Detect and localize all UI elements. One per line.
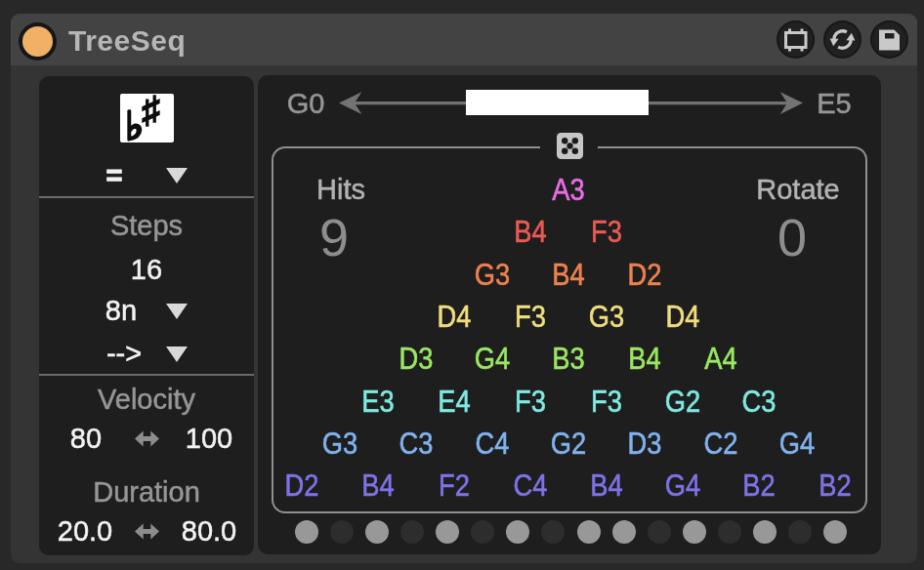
step-dot-off[interactable] xyxy=(648,520,671,544)
direction-value[interactable]: --> xyxy=(106,338,142,370)
tree-note[interactable]: B4 xyxy=(552,258,584,293)
tree-note[interactable]: G2 xyxy=(665,385,700,420)
rotate-value[interactable]: 0 xyxy=(777,207,807,267)
tree-note[interactable]: G4 xyxy=(665,468,700,504)
tree-note[interactable]: C4 xyxy=(514,468,548,504)
step-dot-on[interactable] xyxy=(365,520,389,544)
step-dot-off[interactable] xyxy=(718,520,741,544)
tree-note[interactable]: B4 xyxy=(361,468,394,504)
presentation-frame-icon xyxy=(778,22,813,57)
step-dot-on[interactable] xyxy=(823,520,847,544)
scale-icon-box[interactable]: ♭ ♯ xyxy=(120,94,174,142)
step-dot-on[interactable] xyxy=(753,520,777,544)
step-dot-on[interactable] xyxy=(436,520,459,544)
direction-dropdown-icon[interactable] xyxy=(166,346,188,362)
step-dot-off[interactable] xyxy=(330,520,354,544)
sync-button[interactable] xyxy=(823,20,861,59)
sync-icon xyxy=(825,22,860,57)
device-activity-led[interactable] xyxy=(19,22,57,61)
tree-note[interactable]: F3 xyxy=(591,215,622,250)
steps-label: Steps xyxy=(110,210,183,242)
tree-note[interactable]: B2 xyxy=(742,468,775,504)
treeseq-device-window: TreeSeq ♭ ♯ = Steps 16 8n xyxy=(0,0,924,570)
step-dot-off[interactable] xyxy=(541,520,565,544)
velocity-label: Velocity xyxy=(98,384,195,416)
step-dot-on[interactable] xyxy=(506,520,529,544)
tree-note[interactable]: E3 xyxy=(361,385,394,420)
tree-note[interactable]: G3 xyxy=(589,300,624,335)
steps-count-value[interactable]: 16 xyxy=(131,254,162,286)
tree-note[interactable]: B4 xyxy=(514,215,546,250)
division-value[interactable]: 8n xyxy=(105,295,137,327)
separator xyxy=(39,196,254,198)
save-button[interactable] xyxy=(870,20,908,59)
scale-mode-value[interactable]: = xyxy=(106,160,123,192)
tree-note[interactable]: A3 xyxy=(552,173,584,208)
duration-label: Duration xyxy=(93,476,200,509)
duration-max-value[interactable]: 80.0 xyxy=(182,515,236,548)
step-dot-on[interactable] xyxy=(612,520,636,544)
tree-note[interactable]: D2 xyxy=(628,258,662,293)
separator xyxy=(39,374,254,376)
tree-note[interactable]: D4 xyxy=(438,300,472,335)
save-floppy-icon xyxy=(872,22,906,57)
velocity-range-arrow-icon xyxy=(135,430,159,447)
tree-note[interactable]: D2 xyxy=(285,468,319,504)
velocity-max-value[interactable]: 100 xyxy=(186,423,232,455)
hits-value[interactable]: 9 xyxy=(319,207,349,267)
tree-note[interactable]: F2 xyxy=(439,468,470,504)
tree-note[interactable]: D3 xyxy=(628,427,662,462)
tree-note[interactable]: D3 xyxy=(399,342,434,377)
division-dropdown-icon[interactable] xyxy=(166,304,188,319)
tree-note[interactable]: F3 xyxy=(515,300,546,335)
tree-note[interactable]: G4 xyxy=(475,342,510,377)
rotate-label: Rotate xyxy=(756,174,839,206)
device-title: TreeSeq xyxy=(68,24,186,58)
range-low-label: G0 xyxy=(287,88,325,120)
tree-note[interactable]: B4 xyxy=(628,342,660,377)
dice-icon[interactable] xyxy=(557,133,583,159)
tree-note[interactable]: B3 xyxy=(552,342,584,377)
step-dot-off[interactable] xyxy=(788,520,812,544)
duration-range-arrow-icon xyxy=(135,523,159,540)
tree-note[interactable]: D4 xyxy=(666,300,700,335)
tree-note[interactable]: E4 xyxy=(438,385,470,420)
tree-note[interactable]: C2 xyxy=(704,427,738,462)
tree-note[interactable]: C3 xyxy=(399,427,434,462)
step-dot-on[interactable] xyxy=(577,520,601,544)
tree-note[interactable]: C4 xyxy=(476,427,510,462)
tree-note[interactable]: B2 xyxy=(819,468,851,504)
tree-note[interactable]: G3 xyxy=(475,258,510,293)
hits-label: Hits xyxy=(316,174,365,206)
tree-note[interactable]: A4 xyxy=(704,342,736,377)
sharp-icon: ♯ xyxy=(142,92,160,128)
tree-note[interactable]: F3 xyxy=(515,385,546,420)
pitch-range-slider[interactable] xyxy=(466,90,649,115)
step-dot-on[interactable] xyxy=(295,520,318,544)
step-dot-off[interactable] xyxy=(400,520,424,544)
duration-min-value[interactable]: 20.0 xyxy=(58,515,112,548)
velocity-min-value[interactable]: 80 xyxy=(70,423,102,455)
tree-note[interactable]: B4 xyxy=(590,468,622,504)
tree-note[interactable]: F3 xyxy=(591,385,622,420)
tree-note[interactable]: G2 xyxy=(551,427,586,462)
tree-note[interactable]: G4 xyxy=(779,427,815,462)
tree-note[interactable]: C3 xyxy=(742,385,777,420)
presentation-mode-button[interactable] xyxy=(777,20,815,59)
scale-mode-dropdown-icon[interactable] xyxy=(166,168,188,183)
step-dot-on[interactable] xyxy=(683,520,706,544)
range-high-label: E5 xyxy=(817,88,851,120)
step-dot-off[interactable] xyxy=(471,520,494,544)
tree-note[interactable]: G3 xyxy=(322,427,357,462)
